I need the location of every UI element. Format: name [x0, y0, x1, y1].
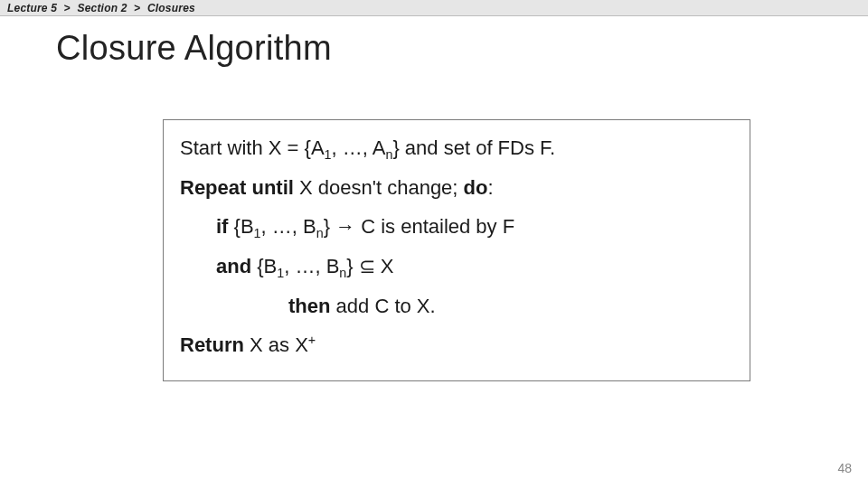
algo-subscript: n — [316, 227, 324, 241]
algo-text: X as X — [244, 333, 308, 356]
algo-keyword: and — [216, 255, 251, 277]
breadcrumb-sep-2: > — [130, 2, 144, 14]
algo-keyword: Repeat until — [180, 176, 294, 199]
breadcrumb-sep-1: > — [61, 2, 74, 14]
algo-text: } and set of FDs F. — [392, 136, 555, 159]
algorithm-box: Start with X = {A1, …, An} and set of FD… — [163, 119, 750, 381]
page-title: Closure Algorithm — [56, 29, 868, 68]
algo-keyword: Return — [180, 333, 244, 356]
algo-keyword: then — [288, 295, 330, 317]
algo-line-6: Return X as X+ — [180, 332, 733, 359]
breadcrumb-item-3: Closures — [147, 2, 195, 14]
algo-line-5: then add C to X. — [180, 293, 733, 320]
algo-text: X doesn't change; — [294, 176, 464, 199]
algo-line-4: and {B1, …, Bn} ⊆ X — [180, 253, 733, 280]
breadcrumb-item-1: Lecture 5 — [7, 2, 57, 14]
breadcrumb: Lecture 5 > Section 2 > Closures — [0, 0, 868, 16]
algo-text: , …, A — [332, 136, 386, 159]
algo-text: {B — [228, 215, 253, 238]
algo-subscript: 1 — [325, 147, 332, 162]
algo-text: } ⊆ X — [346, 255, 393, 277]
algo-keyword: do — [464, 176, 488, 199]
algo-text: } → C is entailed by F — [324, 215, 515, 238]
algo-text: add C to X. — [330, 295, 435, 317]
algo-text: : — [487, 176, 493, 199]
algo-line-1: Start with X = {A1, …, An} and set of FD… — [180, 135, 733, 162]
page-number: 48 — [837, 461, 852, 475]
algo-line-3: if {B1, …, Bn} → C is entailed by F — [180, 213, 733, 240]
algo-text: {B — [251, 255, 277, 277]
algo-line-2: Repeat until X doesn't change; do: — [180, 174, 733, 202]
algo-text: , …, B — [261, 215, 316, 238]
breadcrumb-item-2: Section 2 — [77, 2, 127, 14]
algo-subscript: 1 — [254, 227, 261, 241]
algo-text: Start with X = {A — [180, 136, 325, 159]
algo-superscript: + — [308, 333, 316, 347]
algo-text: , …, B — [284, 255, 339, 277]
algo-keyword: if — [216, 215, 228, 238]
